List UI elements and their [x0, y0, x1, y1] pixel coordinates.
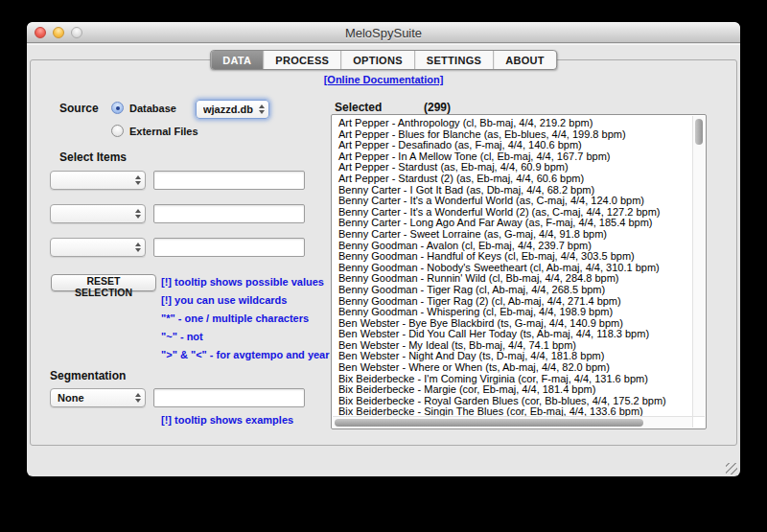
- dropdown-stepper-icon: [131, 393, 141, 403]
- tab-settings[interactable]: SETTINGS: [414, 51, 493, 69]
- database-radio[interactable]: [111, 102, 124, 114]
- selected-list-rows: Art Pepper - Anthropology (cl, Bb-maj, 4…: [333, 116, 691, 416]
- hint-asterisk: "*" - one / multiple characters: [161, 312, 330, 326]
- database-select-value: wjazzd.db: [203, 104, 255, 115]
- external-files-radio[interactable]: [111, 125, 124, 137]
- select-item-input-1[interactable]: [153, 171, 305, 190]
- hint-wildcards: [!] you can use wildcards: [161, 294, 330, 308]
- horizontal-scrollbar[interactable]: [333, 416, 692, 428]
- select-item-dropdown-3[interactable]: [50, 238, 146, 257]
- title-bar[interactable]: MeloSpySuite: [27, 22, 740, 43]
- list-item[interactable]: Ben Webster - Where or When (ts, Ab-maj,…: [338, 362, 691, 374]
- select-item-input-2[interactable]: [153, 204, 305, 223]
- segmentation-input[interactable]: [153, 388, 305, 407]
- horizontal-scrollbar-thumb[interactable]: [335, 419, 643, 427]
- segmentation-label: Segmentation: [50, 369, 126, 382]
- list-item[interactable]: Art Pepper - Anthropology (cl, Bb-maj, 4…: [338, 118, 691, 129]
- online-documentation-link[interactable]: [Online Documentation]: [324, 74, 444, 85]
- dropdown-stepper-icon: [131, 243, 141, 252]
- select-item-dropdown-2[interactable]: [50, 204, 146, 223]
- vertical-scrollbar[interactable]: [692, 116, 705, 416]
- doc-link-row: [Online Documentation]: [27, 70, 740, 87]
- database-radio-label: Database: [129, 103, 176, 114]
- tab-about[interactable]: ABOUT: [493, 51, 556, 69]
- database-select[interactable]: wjazzd.db: [196, 100, 269, 119]
- hint-comparison: ">" & "<" - for avgtempo and year: [161, 349, 330, 362]
- list-item[interactable]: Bix Beiderbecke - Singin The Blues (cor,…: [338, 406, 691, 416]
- list-item[interactable]: Art Pepper - Stardust (2) (as, Eb-maj, 4…: [338, 173, 691, 185]
- selected-count: (299): [424, 101, 451, 114]
- tab-data[interactable]: DATA: [211, 51, 263, 69]
- database-radio-row: Database: [111, 102, 176, 114]
- tab-bar: DATA PROCESS OPTIONS SETTINGS ABOUT: [210, 50, 557, 70]
- dropdown-stepper-icon: [131, 175, 141, 185]
- list-item[interactable]: Benny Carter - It's a Wonderful World (a…: [338, 196, 691, 207]
- list-item[interactable]: Benny Carter - Sweet Lorraine (as, G-maj…: [338, 229, 691, 241]
- select-items-label: Select Items: [59, 150, 127, 164]
- vertical-scrollbar-thumb[interactable]: [695, 119, 703, 145]
- scrollbar-corner: [692, 416, 705, 428]
- reset-selection-button[interactable]: RESET SELECTION: [51, 274, 156, 291]
- tab-options[interactable]: OPTIONS: [340, 51, 414, 69]
- window-title: MeloSpySuite: [27, 26, 740, 40]
- segmentation-dropdown-value: None: [58, 392, 131, 404]
- selected-label: Selected: [335, 101, 382, 114]
- select-item-input-3[interactable]: [153, 238, 305, 257]
- dropdown-stepper-icon: [255, 104, 265, 114]
- selected-list: Art Pepper - Anthropology (cl, Bb-maj, 4…: [331, 114, 707, 429]
- hint-tilde: "~" - not: [161, 331, 330, 344]
- segmentation-dropdown[interactable]: None: [50, 388, 146, 407]
- hint-possible-values: [!] tooltip shows possible values: [161, 276, 330, 289]
- external-files-radio-label: External Files: [129, 126, 198, 137]
- list-item[interactable]: Benny Goodman - Tiger Rag (cl, Ab-maj, 4…: [338, 285, 691, 296]
- hint-examples: [!] tooltip shows examples: [161, 414, 293, 426]
- wildcard-hints: [!] tooltip shows possible values [!] yo…: [161, 276, 330, 362]
- list-item[interactable]: Benny Goodman - Whispering (cl, Eb-maj, …: [338, 307, 691, 318]
- source-label: Source: [59, 102, 99, 115]
- list-item[interactable]: Benny Goodman - Handful of Keys (cl, Eb-…: [338, 251, 691, 263]
- dropdown-stepper-icon: [131, 209, 141, 219]
- app-window: MeloSpySuite DATA PROCESS OPTIONS SETTIN…: [27, 22, 740, 476]
- resize-grip-icon[interactable]: [726, 463, 737, 474]
- external-files-radio-row: External Files: [111, 125, 198, 137]
- window-body: DATA PROCESS OPTIONS SETTINGS ABOUT [Onl…: [27, 44, 740, 476]
- tab-process[interactable]: PROCESS: [263, 51, 340, 69]
- select-item-dropdown-1[interactable]: [50, 171, 146, 190]
